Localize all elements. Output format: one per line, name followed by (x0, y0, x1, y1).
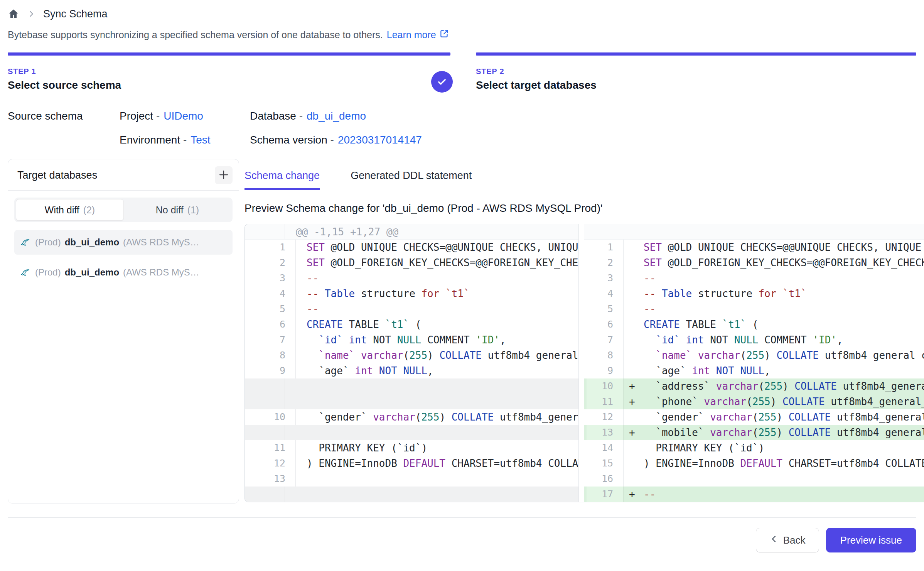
line-number (245, 425, 285, 440)
source-database-field: Database - db_ui_demo (250, 110, 916, 122)
diff-row: 11+ `phone` varchar(255) COLLATE utf8mb4… (584, 394, 924, 409)
diff-row (245, 378, 578, 409)
diff-sign (624, 332, 641, 348)
diff-sign (624, 440, 641, 456)
line-number (584, 224, 621, 239)
diff-row: 5-- (245, 301, 578, 317)
environment-link[interactable]: Test (191, 134, 210, 146)
line-number: 10 (587, 378, 624, 394)
target-database-list: (Prod)db_ui_demo(AWS RDS MyS…(Prod)db_ui… (14, 230, 233, 285)
db-instance: (AWS RDS MyS… (123, 237, 199, 248)
diff-row: @@ -1,15 +1,27 @@ (245, 224, 578, 240)
code-line: PRIMARY KEY (`id`) (296, 440, 578, 456)
line-number: 4 (587, 286, 624, 301)
diff-row: 4-- Table structure for `t1` (245, 286, 578, 301)
diff-row: 9 `age` int NOT NULL, (584, 363, 924, 378)
line-number: 12 (256, 456, 296, 471)
line-number: 11 (256, 440, 296, 456)
home-icon[interactable] (8, 8, 20, 20)
learn-more-link[interactable]: Learn more (387, 29, 449, 41)
code-line: @@ -1,15 +1,27 @@ (285, 224, 578, 239)
line-number: 1 (256, 240, 296, 255)
target-database-item[interactable]: (Prod)db_ui_demo(AWS RDS MyS… (14, 230, 233, 255)
external-link-icon (439, 29, 449, 41)
add-target-database-button[interactable] (215, 166, 233, 184)
code-line: `gender` varchar(255) COLLATE utf8mb4_ge… (641, 409, 924, 425)
diff-row: 3-- (245, 270, 578, 286)
target-databases-title: Target databases (17, 169, 97, 181)
diff-sign (624, 409, 641, 425)
line-number: 3 (587, 270, 624, 286)
code-line: `mobile` varchar(255) COLLATE utf8mb4_ge… (641, 425, 924, 440)
chevron-right-icon (27, 9, 36, 19)
diff-row: 4-- Table structure for `t1` (584, 286, 924, 301)
diff-sign (624, 363, 641, 378)
line-number: 10 (256, 409, 296, 425)
tab-no-diff[interactable]: No diff (1) (124, 199, 231, 221)
code-line: `phone` varchar(255) COLLATE utf8mb4_gen… (641, 394, 924, 409)
db-name: db_ui_demo (65, 237, 119, 248)
line-number: 2 (256, 255, 296, 270)
source-environment-field: Environment - Test (120, 134, 250, 146)
diff-sign: + (624, 425, 641, 440)
diff-row: 1SET @OLD_UNIQUE_CHECKS=@@UNIQUE_CHECKS,… (245, 240, 578, 255)
footer-divider (8, 517, 916, 518)
code-line: SET @OLD_FOREIGN_KEY_CHECKS=@@FOREIGN_KE… (641, 255, 924, 270)
line-number: 3 (256, 270, 296, 286)
line-number: 11 (587, 394, 624, 409)
diff-sign (624, 471, 641, 487)
project-link[interactable]: UIDemo (164, 110, 203, 122)
code-line: `id` int NOT NULL COMMENT 'ID', (641, 332, 924, 348)
code-line: SET @OLD_FOREIGN_KEY_CHECKS=@@FOREIGN_KE… (296, 255, 578, 270)
code-line: -- (296, 270, 578, 286)
code-line: `name` varchar(255) COLLATE utf8mb4_gene… (296, 348, 578, 363)
line-number: 6 (256, 317, 296, 332)
page-title: Sync Schema (43, 8, 108, 20)
tab-generated-ddl[interactable]: Generated DDL statement (351, 170, 472, 190)
code-line (285, 425, 578, 440)
main-content: Target databases With diff (2) No diff (… (8, 159, 916, 503)
diff-sign (624, 301, 641, 317)
code-line: `id` int NOT NULL COMMENT 'ID', (296, 332, 578, 348)
diff-row: 13+ `mobile` varchar(255) COLLATE utf8mb… (584, 425, 924, 440)
code-line: -- Table structure for `t1` (296, 286, 578, 301)
diff-row (245, 487, 578, 502)
diff-row: 6CREATE TABLE `t1` ( (584, 317, 924, 332)
preview-issue-button[interactable]: Preview issue (826, 528, 916, 552)
schema-version-link[interactable]: 20230317014147 (338, 134, 422, 146)
plus-icon (218, 169, 229, 182)
preview-tabs: Schema change Generated DDL statement (244, 170, 924, 190)
line-number: 12 (587, 409, 624, 425)
diff-row: 9 `age` int NOT NULL, (245, 363, 578, 378)
target-database-item[interactable]: (Prod)db_ui_demo(AWS RDS MyS… (14, 260, 233, 285)
tab-schema-change[interactable]: Schema change (244, 170, 320, 190)
back-button[interactable]: Back (756, 528, 819, 552)
code-line: ) ENGINE=InnoDB DEFAULT CHARSET=utf8mb4 … (296, 456, 578, 471)
source-schema-version-field: Schema version - 20230317014147 (250, 134, 916, 146)
diff-row: 12) ENGINE=InnoDB DEFAULT CHARSET=utf8mb… (245, 456, 578, 471)
tab-with-diff[interactable]: With diff (2) (16, 199, 124, 221)
diff-row: 8 `name` varchar(255) COLLATE utf8mb4_ge… (584, 348, 924, 363)
diff-row: 15) ENGINE=InnoDB DEFAULT CHARSET=utf8mb… (584, 456, 924, 471)
line-number (245, 378, 285, 409)
line-number: 1 (587, 240, 624, 255)
db-environment: (Prod) (35, 237, 61, 248)
mysql-icon (20, 237, 31, 248)
diff-row: 7 `id` int NOT NULL COMMENT 'ID', (584, 332, 924, 348)
breadcrumb: Sync Schema (8, 5, 916, 22)
source-schema-summary: Source schema Project - UIDemo Database … (8, 110, 916, 146)
step-2-label: STEP 2 (476, 67, 916, 76)
no-diff-count: (1) (187, 204, 199, 216)
diff-sign (624, 255, 641, 270)
db-name: db_ui_demo (65, 267, 119, 278)
code-line: `age` int NOT NULL, (641, 363, 924, 378)
diff-row: 2SET @OLD_FOREIGN_KEY_CHECKS=@@FOREIGN_K… (245, 255, 578, 270)
diff-sign (624, 286, 641, 301)
diff-sign (621, 224, 639, 239)
database-link[interactable]: db_ui_demo (307, 110, 366, 122)
line-number: 17 (587, 487, 624, 502)
preview-title: Preview Schema change for 'db_ui_demo (P… (244, 202, 924, 215)
step-2-title: Select target databases (476, 79, 916, 91)
diff-sign (624, 456, 641, 471)
source-schema-label: Source schema (8, 110, 120, 122)
